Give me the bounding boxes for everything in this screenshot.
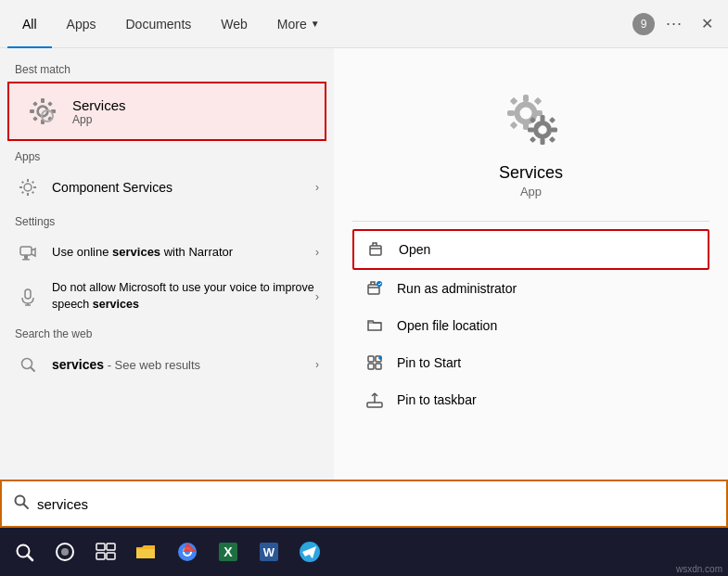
svg-rect-49 — [368, 285, 379, 294]
taskbar-excel[interactable]: X — [208, 531, 249, 572]
left-panel: Best match — [0, 48, 334, 481]
nav-right-controls: 9 ··· ✕ — [632, 11, 721, 36]
settings-narrator-item[interactable]: Use online services with Narrator › — [0, 232, 334, 273]
component-services-label: Component Services — [52, 180, 315, 195]
taskbar-chrome[interactable] — [167, 531, 208, 572]
svg-rect-42 — [551, 128, 557, 133]
search-bar — [0, 480, 728, 528]
watermark: wsxdn.com — [671, 562, 728, 576]
tab-web[interactable]: Web — [206, 0, 262, 48]
run-admin-label: Run as administrator — [397, 281, 517, 296]
svg-point-37 — [518, 106, 533, 121]
svg-rect-1 — [41, 98, 45, 103]
taskbar-file-explorer[interactable] — [126, 531, 167, 572]
tab-documents[interactable]: Documents — [110, 0, 206, 48]
svg-rect-29 — [523, 95, 529, 102]
taskbar-telegram[interactable] — [289, 531, 330, 572]
svg-rect-54 — [368, 364, 374, 369]
best-match-label: Best match — [0, 56, 334, 80]
nav-tabs: All Apps Documents Web More ▼ 9 ··· ✕ — [0, 0, 728, 48]
svg-rect-3 — [30, 109, 34, 113]
taskbar-word[interactable]: W — [249, 531, 289, 572]
app-info-area: Services App — [352, 67, 709, 213]
narrator-settings-label: Use online services with Narrator — [52, 244, 315, 261]
pin-start-icon — [364, 352, 386, 374]
open-label: Open — [399, 242, 430, 257]
settings-voice-item[interactable]: Do not allow Microsoft to use your voice… — [0, 273, 334, 320]
svg-rect-7 — [32, 116, 38, 122]
svg-rect-17 — [32, 181, 34, 184]
taskbar-task-view[interactable] — [85, 531, 126, 572]
svg-rect-15 — [33, 186, 36, 188]
svg-rect-13 — [27, 193, 29, 196]
web-search-icon — [15, 352, 41, 378]
component-services-item[interactable]: Component Services › — [0, 167, 334, 208]
open-file-location-label: Open file location — [397, 318, 497, 333]
taskbar-cortana[interactable] — [45, 531, 85, 572]
tab-apps[interactable]: Apps — [52, 0, 111, 48]
svg-point-47 — [537, 124, 548, 135]
result-count-badge: 9 — [632, 13, 655, 35]
svg-rect-68 — [96, 544, 105, 550]
run-admin-icon — [364, 277, 386, 300]
open-file-icon — [364, 314, 386, 337]
svg-rect-12 — [27, 179, 29, 182]
svg-rect-6 — [47, 101, 53, 107]
taskbar-search-button[interactable] — [4, 531, 45, 572]
svg-rect-14 — [19, 186, 22, 188]
svg-rect-44 — [548, 117, 555, 123]
action-pin-taskbar[interactable]: Pin to taskbar — [352, 381, 709, 418]
pin-to-start-label: Pin to Start — [397, 355, 461, 370]
action-open-file-location[interactable]: Open file location — [352, 307, 709, 344]
svg-point-11 — [24, 184, 32, 191]
search-bar-icon — [13, 493, 30, 514]
svg-rect-39 — [540, 115, 544, 122]
chevron-right-icon-4: › — [315, 358, 319, 371]
svg-rect-18 — [21, 191, 24, 194]
svg-line-65 — [28, 556, 33, 561]
svg-rect-58 — [367, 403, 382, 407]
narrator-icon — [15, 239, 41, 265]
svg-point-67 — [61, 548, 69, 556]
tab-all[interactable]: All — [7, 0, 52, 48]
right-panel: Services App Open — [334, 48, 728, 481]
svg-rect-45 — [529, 136, 535, 143]
best-match-item[interactable]: Services App — [7, 82, 326, 141]
pin-to-taskbar-label: Pin to taskbar — [397, 392, 477, 407]
best-match-subtitle: App — [72, 113, 126, 126]
services-app-icon — [24, 93, 61, 130]
main-content: Best match — [0, 48, 728, 481]
tab-more[interactable]: More ▼ — [262, 0, 335, 48]
divider — [352, 221, 709, 222]
right-panel-app-type: App — [520, 185, 542, 198]
svg-rect-35 — [509, 122, 517, 129]
more-options-button[interactable]: ··· — [666, 14, 683, 33]
action-run-admin[interactable]: Run as administrator — [352, 270, 709, 307]
svg-line-63 — [24, 505, 29, 509]
svg-text:X: X — [224, 544, 233, 559]
web-section-label: Search the web — [0, 320, 334, 344]
svg-rect-23 — [25, 289, 31, 299]
search-input[interactable] — [37, 496, 715, 512]
best-match-title: Services — [72, 97, 126, 113]
web-search-item[interactable]: services - See web results › — [0, 344, 334, 385]
web-search-label: services - See web results — [52, 357, 315, 372]
settings-section-label: Settings — [0, 208, 334, 232]
app-large-icon — [498, 85, 565, 152]
open-icon — [365, 238, 388, 261]
action-pin-start[interactable]: Pin to Start — [352, 344, 709, 381]
svg-rect-41 — [528, 128, 534, 133]
svg-rect-22 — [22, 259, 30, 261]
svg-rect-52 — [368, 356, 374, 362]
svg-rect-48 — [370, 246, 381, 255]
action-open[interactable]: Open — [352, 229, 709, 270]
svg-rect-31 — [507, 110, 515, 116]
pin-taskbar-icon — [364, 389, 386, 411]
svg-rect-71 — [107, 553, 115, 559]
svg-rect-5 — [32, 101, 38, 107]
svg-rect-40 — [540, 138, 544, 145]
close-button[interactable]: ✕ — [694, 11, 721, 36]
svg-rect-33 — [509, 97, 517, 105]
svg-rect-16 — [21, 181, 24, 184]
chevron-right-icon-3: › — [315, 290, 319, 303]
